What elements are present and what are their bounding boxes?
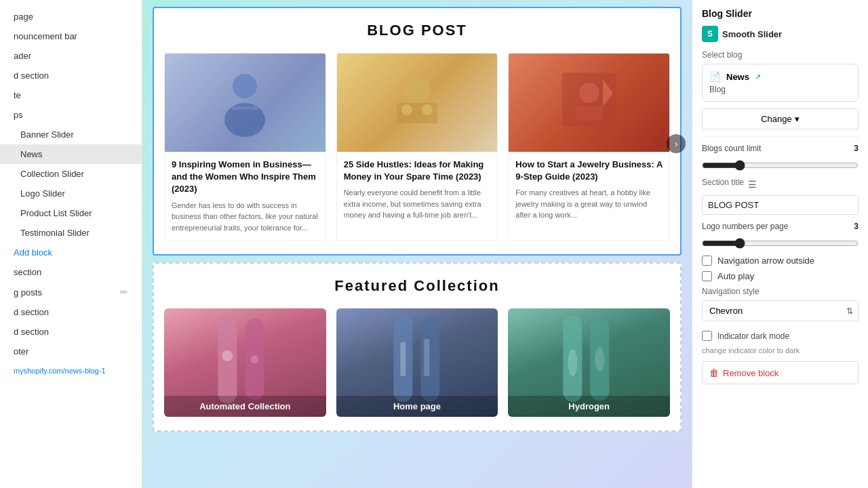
svg-rect-18 xyxy=(400,342,406,376)
navigation-style-wrapper: Chevron Arrow Dots None ⇅ xyxy=(702,300,859,321)
indicator-dark-mode-label: Indicator dark mode xyxy=(717,331,789,341)
select-blog-label: Select blog xyxy=(702,50,859,60)
svg-point-6 xyxy=(401,104,412,115)
svg-rect-2 xyxy=(231,106,258,110)
logo-numbers-row: Logo numbers per page 3 xyxy=(702,222,859,231)
blog-post-title: BLOG POST xyxy=(164,22,670,39)
svg-rect-17 xyxy=(420,317,439,401)
sidebar-item-template[interactable]: te xyxy=(0,85,142,105)
blog-card-3-excerpt: For many creatives at heart, a hobby lik… xyxy=(515,187,663,221)
sidebar-item-testimonial-slider[interactable]: Testimonial Slider xyxy=(0,223,142,243)
sidebar-item-page[interactable]: page xyxy=(0,7,142,26)
featured-collection-title: Featured Collection xyxy=(164,277,670,295)
blog-card-3[interactable]: How to Start a Jewelry Business: A 9-Ste… xyxy=(508,53,670,241)
collection-card-homepage[interactable]: Home page xyxy=(336,308,498,417)
collection-cards-grid: Automated Collection Home page xyxy=(164,308,670,417)
text-align-icon: ☰ xyxy=(748,179,757,190)
blog-card-3-body: How to Start a Jewelry Business: A 9-Ste… xyxy=(509,152,669,228)
svg-point-4 xyxy=(403,76,431,103)
blog-doc-icon: 📄 xyxy=(709,71,721,82)
blog-card-3-title: How to Start a Jewelry Business: A 9-Ste… xyxy=(515,159,663,183)
auto-play-row: Auto play xyxy=(702,271,859,281)
svg-point-23 xyxy=(595,347,605,371)
preview-url[interactable]: myshopify.com/news-blog-1 xyxy=(0,361,142,380)
indicator-dark-mode-row: Indicator dark mode xyxy=(702,331,859,341)
blog-header-row: 📄 News ↗ xyxy=(709,71,851,82)
svg-rect-19 xyxy=(424,339,429,376)
nav-arrow-outside-checkbox[interactable] xyxy=(702,256,712,266)
blogs-count-value: 3 xyxy=(854,144,859,153)
svg-point-15 xyxy=(250,355,258,363)
sidebar-item-apps[interactable]: ps xyxy=(0,105,142,125)
logo-numbers-value: 3 xyxy=(854,222,859,231)
sidebar-item-collection-slider[interactable]: Collection Slider xyxy=(0,164,142,184)
svg-point-7 xyxy=(422,104,433,115)
featured-collection-section: Featured Collection Automated Collection xyxy=(153,262,682,432)
collection-card-homepage-label: Home page xyxy=(336,396,498,417)
change-blog-button[interactable]: Change ▾ xyxy=(702,108,859,129)
blog-name: News xyxy=(726,72,749,82)
blog-card-2-title: 25 Side Hustles: Ideas for Making Money … xyxy=(344,159,491,183)
nav-arrow-outside-row: Navigation arrow outside xyxy=(702,256,859,266)
blog-card-1-excerpt: Gender has less to do with success in bu… xyxy=(172,200,319,234)
blog-card-2-body: 25 Side Hustles: Ideas for Making Money … xyxy=(337,152,498,228)
blog-selection-box: 📄 News ↗ Blog xyxy=(702,64,859,102)
nav-arrow-right[interactable]: › xyxy=(667,134,686,153)
sidebar-item-section[interactable]: section xyxy=(0,262,142,282)
section-title-row: Section title ☰ xyxy=(702,178,859,191)
sidebar-item-announcement-bar[interactable]: nouncement bar xyxy=(0,26,142,46)
auto-play-checkbox[interactable] xyxy=(702,271,712,281)
svg-point-22 xyxy=(568,349,578,376)
sidebar-item-add-section-blog[interactable]: d section xyxy=(0,302,142,322)
svg-rect-10 xyxy=(576,106,603,120)
app-display-name: Smooth Slider xyxy=(722,29,782,39)
blog-cards-grid: 9 Inspiring Women in Business—and the Wo… xyxy=(164,53,670,241)
blog-card-3-image xyxy=(509,54,669,152)
sidebar-item-logo-slider[interactable]: Logo Slider xyxy=(0,184,142,203)
sidebar-item-header[interactable]: ader xyxy=(0,46,142,66)
collection-card-automated[interactable]: Automated Collection xyxy=(164,308,326,417)
collection-card-hydrogen[interactable]: Hydrogen xyxy=(508,308,670,417)
blog-card-1-image xyxy=(165,54,326,152)
blog-card-2[interactable]: 25 Side Hustles: Ideas for Making Money … xyxy=(336,53,498,241)
collection-card-automated-label: Automated Collection xyxy=(164,396,326,417)
divider-1 xyxy=(702,136,859,137)
sidebar-item-banner-slider[interactable]: Banner Slider xyxy=(0,125,142,144)
sidebar-item-news[interactable]: News xyxy=(0,144,142,164)
indicator-dark-mode-sublabel: change indicator color to dark xyxy=(702,346,859,354)
indicator-dark-mode-checkbox[interactable] xyxy=(702,331,712,341)
blog-post-section: BLOG POST 9 Inspiring Women in Business—… xyxy=(153,7,682,256)
sidebar-item-add-section-1[interactable]: d section xyxy=(0,66,142,85)
blog-type: Blog xyxy=(709,85,851,94)
right-sidebar-title: Blog Slider xyxy=(702,8,859,19)
blog-card-1-title: 9 Inspiring Women in Business—and the Wo… xyxy=(172,159,319,196)
nav-arrow-outside-label: Navigation arrow outside xyxy=(717,256,814,266)
blog-card-1[interactable]: 9 Inspiring Women in Business—and the Wo… xyxy=(164,53,326,241)
sidebar-item-blog-posts[interactable]: g posts ✏ xyxy=(0,282,142,302)
section-title-input[interactable] xyxy=(702,195,859,215)
app-name-row: S Smooth Slider xyxy=(702,26,859,42)
section-title-label: Section title xyxy=(702,178,744,187)
logo-numbers-slider[interactable] xyxy=(702,238,859,249)
blog-card-2-image xyxy=(337,54,498,152)
svg-point-3 xyxy=(224,93,238,106)
blog-card-1-body: 9 Inspiring Women in Business—and the Wo… xyxy=(165,152,326,240)
blog-card-2-excerpt: Nearly everyone could benefit from a lit… xyxy=(344,187,491,221)
remove-block-button[interactable]: 🗑 Remove block xyxy=(702,361,859,384)
sidebar-item-footer[interactable]: oter xyxy=(0,342,142,361)
navigation-style-select[interactable]: Chevron Arrow Dots None xyxy=(702,300,859,321)
svg-point-14 xyxy=(222,350,233,361)
sidebar-item-product-list-slider[interactable]: Product List Slider xyxy=(0,203,142,223)
edit-icon: ✏ xyxy=(120,287,128,298)
app-icon: S xyxy=(702,26,718,42)
svg-point-0 xyxy=(233,74,257,98)
main-content: BLOG POST 9 Inspiring Women in Business—… xyxy=(142,0,692,488)
blog-external-link-icon[interactable]: ↗ xyxy=(755,73,761,81)
blogs-count-label: Blogs count limit xyxy=(702,144,761,153)
navigation-style-label: Navigation style xyxy=(702,287,859,296)
sidebar-item-add-section-bottom[interactable]: d section xyxy=(0,322,142,342)
chevron-down-icon: ▾ xyxy=(795,114,800,124)
blogs-count-slider[interactable] xyxy=(702,160,859,171)
right-sidebar: Blog Slider S Smooth Slider Select blog … xyxy=(692,0,868,488)
add-block-button[interactable]: Add block xyxy=(0,243,142,262)
